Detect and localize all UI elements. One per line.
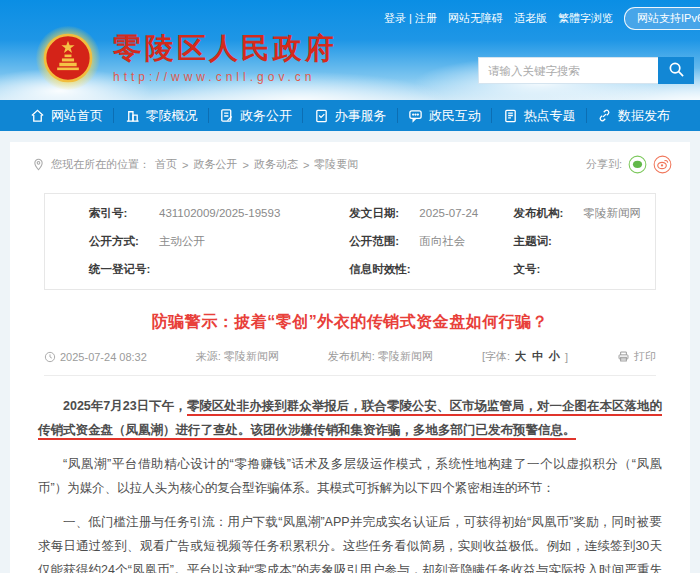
- meta-index-number: 索引号: 431102009/2025-19593: [89, 207, 349, 221]
- chat-icon: [408, 108, 423, 123]
- nav-item-interaction[interactable]: 政民互动: [404, 107, 485, 125]
- nav-item-hot-topics[interactable]: 热点专题: [499, 107, 580, 125]
- article-meta-row: 2025-07-24 08:32 来源: 零陵新闻网 发布机构: 零陵新闻网 […: [44, 349, 656, 376]
- meta-publisher: 发布机构: 零陵新闻网: [513, 207, 655, 221]
- article-title: 防骗警示：披着“零创”外衣的传销式资金盘如何行骗？: [50, 312, 650, 333]
- breadcrumb-prefix: 您现在所在的位置：: [51, 157, 150, 172]
- nav-separator: [302, 108, 303, 123]
- font-size-medium-button[interactable]: 中: [532, 349, 543, 364]
- document-metadata-table: 索引号: 431102009/2025-19593 发文日期: 2025-07-…: [44, 193, 656, 290]
- print-button[interactable]: 打印: [617, 349, 656, 364]
- nav-separator: [208, 108, 209, 123]
- search-button[interactable]: [658, 57, 694, 84]
- meta-document-number: 文号:: [513, 263, 655, 277]
- font-size-suffix: ]: [565, 351, 568, 363]
- article-paragraph: 一、低门槛注册与任务引流：用户下载“凤凰潮”APP并完成实名认证后，可获得初始“…: [38, 510, 662, 573]
- document-icon: [219, 108, 234, 123]
- link-icon: [597, 108, 612, 123]
- building-icon: [125, 108, 140, 123]
- site-title: 零陵区人民政府: [113, 32, 337, 65]
- nav-item-gov-info[interactable]: 政务公开: [215, 107, 296, 125]
- meta-validity: 信息时效性:: [349, 263, 513, 277]
- article-source: 来源: 零陵新闻网: [196, 349, 279, 364]
- clipboard-check-icon: [314, 108, 329, 123]
- weibo-share-icon[interactable]: [653, 155, 672, 174]
- search-icon: [668, 61, 685, 81]
- nav-item-label: 热点专题: [524, 107, 576, 125]
- meta-disclosure-scope: 公开范围: 面向社会: [349, 235, 513, 249]
- breadcrumb-gov-info[interactable]: 政务公开: [193, 157, 237, 172]
- font-size-control: [字体: 大 中 小 ]: [482, 349, 568, 364]
- top-utility-bar: 登录 | 注册 网站无障碍 适老版 繁體字浏览 网站支持IPv6: [384, 7, 700, 30]
- breadcrumb-separator: >: [303, 159, 309, 171]
- site-banner: 登录 | 注册 网站无障碍 适老版 繁體字浏览 网站支持IPv6 零陵区人民政府…: [0, 0, 700, 100]
- breadcrumb-separator: >: [182, 159, 188, 171]
- nav-item-label: 零陵概况: [146, 107, 198, 125]
- nav-separator: [113, 108, 114, 123]
- nav-item-home[interactable]: 网站首页: [26, 107, 107, 125]
- breadcrumb-gov-news[interactable]: 政务动态: [254, 157, 298, 172]
- nav-item-label: 数据发布: [618, 107, 670, 125]
- traditional-chinese-link[interactable]: 繁體字浏览: [558, 11, 613, 26]
- publish-time: 2025-07-24 08:32: [44, 351, 147, 363]
- article-agency: 发布机构: 零陵新闻网: [328, 349, 433, 364]
- nav-item-label: 政民互动: [429, 107, 481, 125]
- breadcrumb-separator: >: [242, 159, 248, 171]
- main-nav: 网站首页 零陵概况 政务公开 办事服务: [0, 100, 700, 131]
- nav-item-label: 政务公开: [240, 107, 292, 125]
- article-body: 2025年7月23日下午，零陵区处非办接到群众举报后，联合零陵公安、区市场监管局…: [10, 376, 690, 573]
- newspaper-icon: [503, 108, 518, 123]
- nav-item-services[interactable]: 办事服务: [310, 107, 391, 125]
- breadcrumb-home[interactable]: 首页: [155, 157, 177, 172]
- content-card: 您现在所在的位置： 首页 > 政务公开 > 政务动态 > 零陵要闻 分享到:: [10, 142, 690, 573]
- wechat-share-icon[interactable]: [628, 155, 647, 174]
- breadcrumb-current[interactable]: 零陵要闻: [314, 157, 358, 172]
- meta-keywords: 主题词:: [513, 235, 655, 249]
- article-paragraph: 2025年7月23日下午，零陵区处非办接到群众举报后，联合零陵公安、区市场监管局…: [38, 394, 662, 442]
- nav-separator: [586, 108, 587, 123]
- page: 登录 | 注册 网站无障碍 适老版 繁體字浏览 网站支持IPv6 零陵区人民政府…: [0, 0, 700, 573]
- nav-item-data[interactable]: 数据发布: [593, 107, 674, 125]
- article-paragraph: “凤凰潮”平台借助精心设计的“零撸赚钱”话术及多层级运作模式，系统性地构建了一个…: [38, 452, 662, 500]
- nav-item-label: 网站首页: [51, 107, 103, 125]
- printer-icon: [617, 350, 630, 363]
- clock-icon: [44, 351, 56, 363]
- ipv6-badge[interactable]: 网站支持IPv6: [624, 7, 700, 30]
- font-size-small-button[interactable]: 小: [549, 349, 560, 364]
- home-icon: [30, 108, 45, 123]
- font-size-large-button[interactable]: 大: [515, 349, 526, 364]
- paragraph-text: 2025年7月23日下午，: [63, 399, 187, 413]
- meta-disclosure-method: 公开方式: 主动公开: [89, 235, 349, 249]
- paragraph-text: “凤凰潮”平台借助精心设计的“零撸赚钱”话术及多层级运作模式，系统性地构建了一个…: [38, 457, 662, 495]
- nav-item-label: 办事服务: [335, 107, 387, 125]
- nav-separator: [397, 108, 398, 123]
- breadcrumb: 您现在所在的位置： 首页 > 政务公开 > 政务动态 > 零陵要闻 分享到:: [10, 142, 690, 185]
- share-label: 分享到:: [586, 157, 622, 172]
- meta-issue-date: 发文日期: 2025-07-24: [349, 207, 513, 221]
- location-pin-icon: [32, 158, 45, 171]
- search-bar: [478, 57, 694, 84]
- site-logo: 零陵区人民政府 http://www.cnll.gov.cn: [36, 26, 337, 90]
- meta-registration-number: 统一登记号:: [89, 263, 349, 277]
- nav-item-overview[interactable]: 零陵概况: [121, 107, 202, 125]
- nav-separator: [491, 108, 492, 123]
- elder-version-link[interactable]: 适老版: [514, 11, 547, 26]
- search-input[interactable]: [478, 57, 658, 84]
- national-emblem-icon: [36, 26, 100, 90]
- site-url: http://www.cnll.gov.cn: [113, 70, 337, 84]
- accessibility-link[interactable]: 网站无障碍: [448, 11, 503, 26]
- red-underlined-text: 零陵区处非办接到群众举报后，联合零陵公安、区市场监管局，: [187, 399, 537, 416]
- paragraph-text: 一、低门槛注册与任务引流：用户下载“凤凰潮”APP并完成实名认证后，可获得初始“…: [38, 515, 662, 573]
- font-size-prefix: [字体:: [482, 349, 510, 364]
- login-register-link[interactable]: 登录 | 注册: [384, 11, 437, 26]
